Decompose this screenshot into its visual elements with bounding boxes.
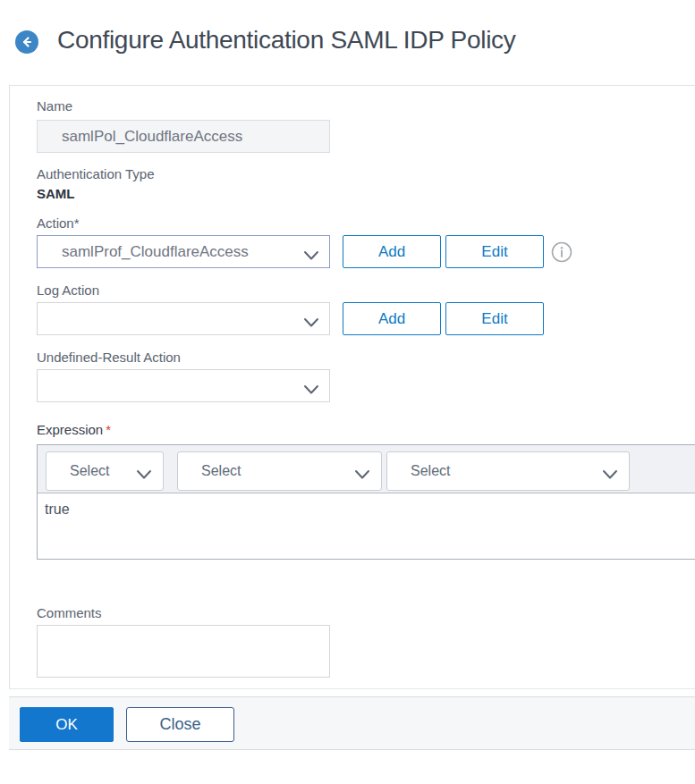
authentication-type-label: Authentication Type: [37, 166, 154, 181]
page-title: Configure Authentication SAML IDP Policy: [57, 26, 516, 55]
action-add-button[interactable]: Add: [343, 235, 441, 268]
footer-bar: OK Close: [9, 696, 695, 750]
chevron-down-icon: [303, 248, 319, 258]
expression-toolbar: Select Select Sele: [38, 445, 695, 493]
action-label: Action*: [37, 215, 80, 231]
name-input[interactable]: [37, 120, 330, 153]
back-button[interactable]: [15, 30, 38, 54]
comments-input[interactable]: [37, 625, 330, 678]
comments-label: Comments: [37, 605, 102, 620]
chevron-down-icon: [303, 382, 319, 392]
name-label: Name: [37, 98, 72, 114]
ok-button[interactable]: OK: [20, 707, 114, 742]
info-icon[interactable]: [551, 241, 572, 263]
action-select[interactable]: samlProf_CloudflareAccess: [37, 235, 330, 268]
undefined-result-action-label: Undefined-Result Action: [37, 350, 181, 365]
page-header: Configure Authentication SAML IDP Policy: [0, 0, 695, 85]
log-action-label: Log Action: [37, 282, 99, 298]
chevron-down-icon: [303, 315, 319, 325]
expression-select-3[interactable]: Select: [386, 451, 630, 491]
log-action-add-button[interactable]: Add: [343, 302, 441, 335]
action-edit-button[interactable]: Edit: [445, 235, 544, 268]
action-select-value: samlProf_CloudflareAccess: [62, 243, 249, 261]
expression-select-2-value: Select: [201, 463, 241, 479]
expression-select-3-value: Select: [411, 463, 450, 479]
close-button[interactable]: Close: [126, 707, 234, 742]
configure-saml-idp-policy-dialog: Configure Authentication SAML IDP Policy…: [0, 0, 695, 784]
chevron-down-icon: [354, 468, 370, 478]
expression-select-1-value: Select: [70, 463, 109, 479]
authentication-type-value: SAML: [37, 186, 75, 201]
chevron-down-icon: [136, 468, 152, 478]
expression-select-1[interactable]: Select: [46, 451, 164, 491]
form-panel: Name Authentication Type SAML Action* sa…: [9, 85, 695, 689]
log-action-edit-button[interactable]: Edit: [445, 302, 544, 335]
log-action-select[interactable]: [37, 302, 330, 335]
expression-select-2[interactable]: Select: [177, 451, 382, 491]
expression-label: Expression: [37, 422, 103, 437]
expression-input[interactable]: true: [38, 494, 695, 559]
arrow-left-icon: [20, 35, 34, 49]
required-marker: *: [106, 422, 111, 437]
undefined-result-action-select[interactable]: [37, 369, 330, 402]
expression-editor: Select Select Sele: [37, 444, 695, 560]
chevron-down-icon: [602, 468, 618, 478]
expression-label-row: Expression*: [37, 422, 111, 437]
